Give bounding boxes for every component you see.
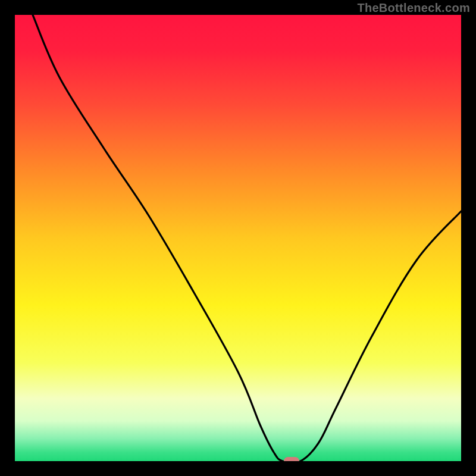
bottleneck-curve bbox=[33, 15, 461, 461]
chart-frame: TheBottleneck.com bbox=[0, 0, 476, 476]
plot-area bbox=[15, 15, 461, 461]
optimal-marker bbox=[284, 457, 299, 461]
watermark-text: TheBottleneck.com bbox=[357, 1, 470, 15]
curve-svg bbox=[15, 15, 461, 461]
